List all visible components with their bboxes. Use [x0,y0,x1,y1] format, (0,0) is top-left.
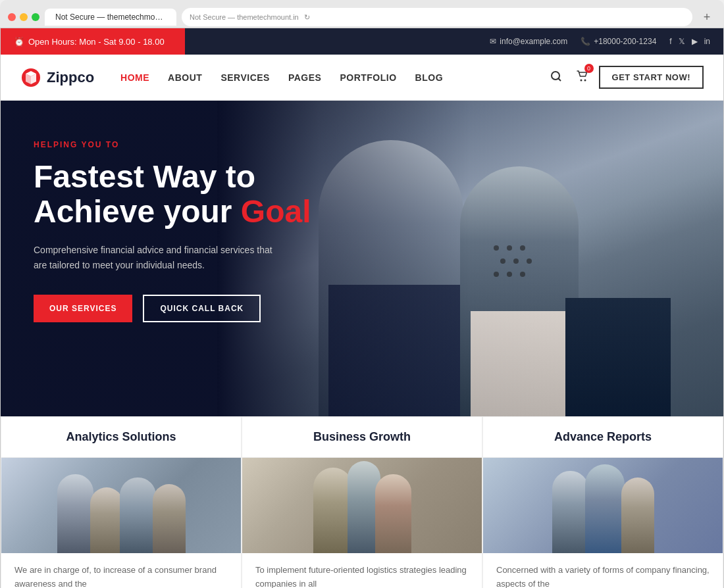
refresh-icon[interactable]: ↻ [304,13,310,22]
close-dot[interactable] [8,13,16,21]
svg-point-4 [584,80,586,82]
feature-card-growth: Business Growth To implement future-orie… [242,416,482,588]
phone-icon: 📞 [581,37,590,46]
feature-desc-2: To implement future-oriented logistics s… [242,553,482,588]
cart-button[interactable]: 0 [573,66,591,88]
feature-desc-1: We are in charge of, to increase of a co… [1,553,241,588]
logo-icon [20,67,41,88]
hero-title: Fastest Way to Achieve your Goal [34,160,336,230]
facebook-icon[interactable]: f [669,37,671,46]
quick-callback-button[interactable]: QUICK CALL BACK [143,295,261,322]
top-bar: ⏰ Open Hours: Mon - Sat 9.00 - 18.00 ✉ i… [1,28,723,55]
logo-text: Zippco [47,69,94,86]
nav-blog[interactable]: BLOG [415,72,443,83]
nav-home[interactable]: HOME [120,72,149,83]
twitter-icon[interactable]: 𝕏 [679,37,685,46]
clock-icon: ⏰ [14,37,24,47]
browser-window: Not Secure — themetechmount.in Not Secur… [0,0,724,28]
search-icon [550,70,562,82]
linkedin-icon[interactable]: in [704,37,710,46]
youtube-icon[interactable]: ▶ [692,37,698,46]
hero-title-line1: Fastest Way to [34,159,255,194]
feature-header-2: Business Growth [242,417,482,458]
hero-section: HELPING YOU TO Fastest Way to Achieve yo… [1,101,723,416]
nav-services[interactable]: SERVICES [220,72,270,83]
main-navbar: Zippco HOME ABOUT SERVICES PAGES PORTFOL… [1,55,723,101]
new-tab-button[interactable]: + [698,8,716,26]
hero-eyebrow: HELPING YOU TO [34,140,336,149]
browser-tabs-bar: Not Secure — themetechmount.in Not Secur… [0,7,724,28]
hero-title-highlight: Goal [241,194,311,229]
website-content: ⏰ Open Hours: Mon - Sat 9.00 - 18.00 ✉ i… [0,28,724,588]
our-services-button[interactable]: OUR SERVICES [34,295,132,322]
search-button[interactable] [548,68,565,87]
active-tab[interactable]: Not Secure — themetechmount.in [45,9,176,26]
feature-title-1: Analytics Solutions [17,430,225,444]
address-bar[interactable]: Not Secure — themetechmount.in ↻ [182,8,692,26]
cart-badge: 0 [584,64,594,73]
top-bar-right: ✉ info@example.com 📞 +18000-200-1234 f 𝕏… [185,28,723,55]
hero-title-line2: Achieve your [34,194,241,229]
svg-point-1 [552,72,559,80]
feature-header-3: Advance Reports [483,417,723,458]
feature-section: Analytics Solutions We are in charge of,… [1,416,723,588]
get-start-button[interactable]: GET START NOW! [599,66,704,89]
feature-desc-3: Concerned with a variety of forms of com… [483,553,723,588]
fullscreen-dot[interactable] [32,13,39,21]
nav-links: HOME ABOUT SERVICES PAGES PORTFOLIO BLOG [120,72,547,84]
svg-point-3 [580,80,582,82]
minimize-dot[interactable] [20,13,28,21]
feature-header-1: Analytics Solutions [1,417,241,458]
top-bar-left: ⏰ Open Hours: Mon - Sat 9.00 - 18.00 [1,28,185,55]
hero-content: HELPING YOU TO Fastest Way to Achieve yo… [1,101,369,362]
feature-image-1 [1,458,241,553]
nav-about[interactable]: ABOUT [168,72,202,83]
social-links: f 𝕏 ▶ in [669,37,710,46]
feature-title-3: Advance Reports [499,430,707,444]
hero-description: Comprehensive financial advice and finan… [34,243,284,274]
browser-traffic-lights [8,13,39,21]
feature-title-2: Business Growth [258,430,466,444]
address-text: Not Secure — themetechmount.in [190,13,299,21]
nav-pages[interactable]: PAGES [288,72,321,83]
open-hours-text: Open Hours: Mon - Sat 9.00 - 18.00 [28,37,165,47]
nav-actions: 0 GET START NOW! [548,66,704,89]
email-icon: ✉ [490,37,496,46]
svg-line-2 [558,78,561,81]
email-address: info@example.com [500,37,567,46]
feature-image-3 [483,458,723,553]
feature-card-reports: Advance Reports Concerned with a variety… [482,416,723,588]
feature-image-2 [242,458,482,553]
feature-card-analytics: Analytics Solutions We are in charge of,… [1,416,242,588]
tab-title: Not Secure — themetechmount.in [55,12,174,22]
phone-link[interactable]: 📞 +18000-200-1234 [581,37,656,46]
nav-portfolio[interactable]: PORTFOLIO [340,72,396,83]
hero-buttons: OUR SERVICES QUICK CALL BACK [34,295,336,322]
email-link[interactable]: ✉ info@example.com [490,37,567,46]
site-logo[interactable]: Zippco [20,67,94,88]
phone-number: +18000-200-1234 [594,37,656,46]
